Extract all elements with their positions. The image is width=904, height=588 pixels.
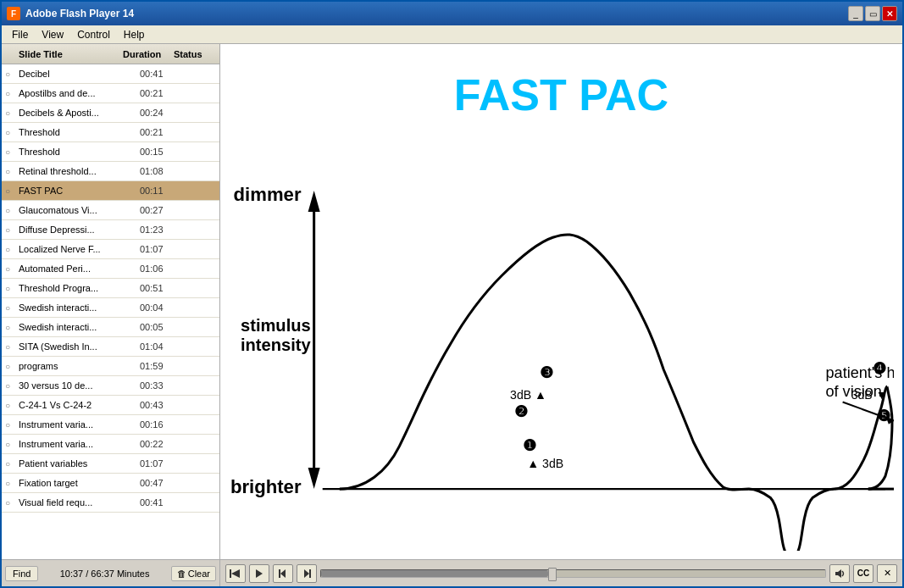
slide-item[interactable]: ○ Retinal threshold... 01:08 [2,162,219,181]
slide-duration: 01:06 [140,263,191,274]
svg-marker-22 [256,569,263,578]
slide-title-text: C-24-1 Vs C-24-2 [19,400,140,410]
prev-slide-button[interactable] [225,564,246,583]
time-display: 10:37 / 66:37 Minutes [40,569,169,579]
header-duration: Duration [123,49,174,59]
svg-text:❷: ❷ [514,403,528,420]
slide-item[interactable]: ○ SITA (Swedish In... 01:04 [2,337,219,357]
slide-title-text: Threshold Progra... [19,283,140,293]
close-button[interactable]: ✕ [882,6,897,21]
slide-item[interactable]: ○ Localized Nerve F... 01:07 [2,240,219,259]
menu-file[interactable]: File [5,27,35,42]
slide-title-text: Apostilbs and de... [19,88,140,98]
slide-checkbox: ○ [5,225,19,235]
slide-checkbox: ○ [5,167,19,176]
find-button[interactable]: Find [5,566,38,581]
prev-frame-button[interactable] [273,564,293,583]
svg-text:dimmer: dimmer [234,184,302,205]
main-window: F Adobe Flash Player 14 _ ▭ ✕ File View … [0,0,904,588]
slide-item[interactable]: ○ Threshold 00:15 [2,142,219,162]
slide-item[interactable]: ○ Swedish interacti... 00:04 [2,298,219,318]
menu-view[interactable]: View [35,27,70,42]
slide-item[interactable]: ○ C-24-1 Vs C-24-2 00:43 [2,396,219,415]
menu-help[interactable]: Help [117,27,152,42]
slide-checkbox: ○ [5,323,19,332]
svg-text:3dB ▼: 3dB ▼ [851,388,888,402]
svg-marker-21 [231,569,240,578]
slide-duration: 00:15 [140,147,191,157]
slide-item[interactable]: ○ Visual field requ... 00:41 [2,493,219,513]
diagram-svg: dimmer brighter stimulus intensity [229,129,894,551]
slide-duration: 01:04 [140,341,191,352]
slide-title-text: Decibels & Aposti... [19,108,140,118]
title-bar: F Adobe Flash Player 14 _ ▭ ✕ [2,2,902,25]
cc-button[interactable]: CC [853,564,873,583]
slide-item[interactable]: ○ Glaucomatous Vi... 00:27 [2,201,219,220]
slide-checkbox: ○ [5,498,19,508]
header-title: Slide Title [19,49,123,59]
svg-marker-2 [308,468,320,489]
slide-item[interactable]: ○ Decibel 00:41 [2,64,219,84]
svg-text:❸: ❸ [540,364,553,381]
fullscreen-exit-button[interactable]: ✕ [877,564,897,583]
content-panel: FAST PAC dimmer brighter stimulus intens… [220,44,902,586]
slide-checkbox: ○ [5,264,19,274]
svg-text:3dB ▲: 3dB ▲ [510,388,546,402]
slide-title-text: Instrument varia... [19,419,140,430]
slide-title-text: Swedish interacti... [19,302,140,313]
maximize-button[interactable]: ▭ [865,6,880,21]
slide-item[interactable]: ○ programs 01:59 [2,357,219,376]
menu-control[interactable]: Control [70,27,117,42]
slide-item[interactable]: ○ Patient variables 01:07 [2,454,219,474]
progress-bar[interactable] [320,569,826,578]
play-button[interactable] [249,564,269,583]
svg-marker-27 [835,569,841,578]
slide-list[interactable]: ○ Decibel 00:41 ○ Apostilbs and de... 00… [2,64,219,559]
slide-duration: 01:23 [140,225,191,235]
progress-thumb[interactable] [548,568,557,581]
clear-icon: 🗑 [177,569,186,579]
slide-checkbox: ○ [5,440,19,449]
slide-title-text: Automated Peri... [19,263,140,274]
slide-item[interactable]: ○ FAST PAC 00:11 [2,181,219,201]
slide-title-text: Patient variables [19,458,140,469]
slide-item[interactable]: ○ Threshold 00:21 [2,123,219,142]
slide-duration: 01:07 [140,244,191,254]
slide-title: FAST PAC [229,69,894,120]
minimize-button[interactable]: _ [848,6,863,21]
menu-bar: File View Control Help [2,25,902,44]
slide-item[interactable]: ○ 30 versus 10 de... 00:33 [2,376,219,396]
slide-checkbox: ○ [5,147,19,157]
slide-title-text: Localized Nerve F... [19,244,140,254]
slide-duration: 00:51 [140,283,191,293]
volume-button[interactable] [829,564,850,583]
slide-duration: 00:33 [140,380,191,391]
slide-checkbox: ○ [5,69,19,79]
slide-title-text: Instrument varia... [19,439,140,449]
svg-text:intensity: intensity [241,336,312,354]
slide-checkbox: ○ [5,401,19,410]
main-content: Slide Title Duration Status ○ Decibel 00… [2,44,902,586]
slide-duration: 01:08 [140,166,191,176]
slide-item[interactable]: ○ Apostilbs and de... 00:21 [2,84,219,103]
slide-item[interactable]: ○ Instrument varia... 00:16 [2,415,219,435]
slide-checkbox: ○ [5,284,19,293]
slide-item[interactable]: ○ Decibels & Aposti... 00:24 [2,103,219,123]
clear-button[interactable]: 🗑 Clear [171,566,216,581]
slide-item[interactable]: ○ Fixation target 00:47 [2,474,219,493]
svg-text:❶: ❶ [523,437,536,454]
svg-text:❹: ❹ [873,360,886,377]
find-bar: Find 10:37 / 66:37 Minutes 🗑 Clear [2,559,219,586]
slide-item[interactable]: ○ Automated Peri... 01:06 [2,259,219,279]
slide-duration: 00:22 [140,439,191,449]
slide-title-text: Swedish interacti... [19,322,140,332]
slide-item[interactable]: ○ Instrument varia... 00:22 [2,435,219,454]
slide-item[interactable]: ○ Swedish interacti... 00:05 [2,318,219,337]
slide-item[interactable]: ○ Diffuse Depressi... 01:23 [2,220,219,240]
svg-rect-26 [309,569,311,578]
slide-item[interactable]: ○ Threshold Progra... 00:51 [2,279,219,298]
slide-title-text: SITA (Swedish In... [19,341,140,352]
next-frame-button[interactable] [297,564,317,583]
content-area: FAST PAC dimmer brighter stimulus intens… [220,44,902,559]
svg-rect-20 [230,569,231,578]
